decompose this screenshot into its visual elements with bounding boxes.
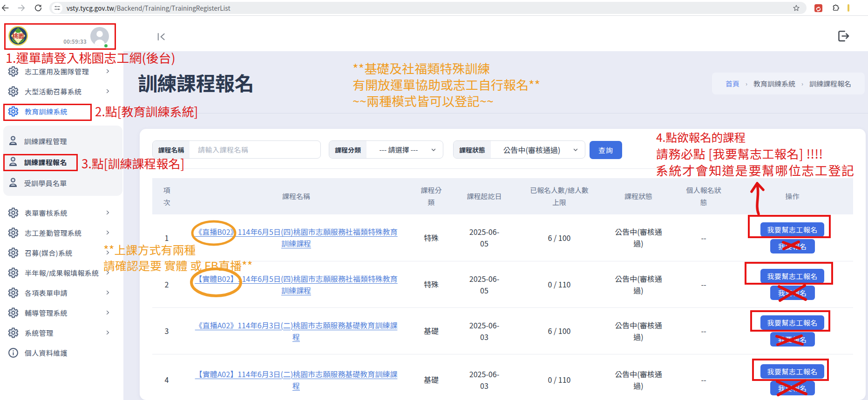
- search-button[interactable]: 查詢: [590, 141, 622, 159]
- register-for-volunteer-button[interactable]: 我要幫志工報名: [760, 269, 824, 283]
- register-for-volunteer-button[interactable]: 我要幫志工報名: [760, 222, 824, 237]
- person-icon: [7, 177, 19, 189]
- course-count: 0 / 110: [527, 279, 592, 290]
- sidebar-item-label: 志工差勤管理系統: [25, 228, 105, 238]
- sidebar-item-main-7[interactable]: 各項表單申請: [0, 283, 123, 303]
- bookmark-star-icon[interactable]: [793, 4, 800, 12]
- table-row-2: 2【實體B02】114年6月5日(四)桃園市志願服務社福類特殊教育訓練課程特殊2…: [152, 261, 853, 307]
- gear-icon: [7, 307, 19, 319]
- cell-course-name: 【實體A02】114年6月3日(二)桃園市志願服務基礎教育訓練課程: [181, 368, 411, 392]
- table-header-cell-5: 課程狀態: [601, 190, 676, 202]
- sidebar-menu-bottom: 表單審核系統志工差勤管理系統召募(媒合)系統半年報/成果報填報系統各項表單申請輔…: [0, 203, 123, 363]
- table-row-1: 1《直播B02》114年6月5日(四)桃園市志願服務社福類特殊教育訓練課程特殊2…: [152, 214, 853, 261]
- info-icon: [7, 347, 19, 359]
- register-for-volunteer-button[interactable]: 我要幫志工報名: [760, 315, 824, 330]
- register-self-button[interactable]: 我要報名: [770, 239, 815, 253]
- cell-actions: 我要幫志工報名我要報名: [732, 364, 853, 395]
- cell-date: 2025-06-05: [451, 273, 517, 296]
- cell-index: 3: [152, 325, 181, 337]
- table-header-cell-7: 操作: [732, 190, 853, 202]
- chevron-right-icon: [105, 68, 110, 74]
- url-bar[interactable]: vsty.tycg.gov.tw/Backend/Training/Traini…: [49, 2, 807, 14]
- chevron-right-icon: [105, 88, 110, 94]
- sidebar-item-sub-2[interactable]: 受訓學員名單: [3, 173, 122, 193]
- cell-status: 公告中(審核通過): [601, 320, 676, 343]
- course-status-select[interactable]: 公告中(審核通過): [491, 144, 573, 155]
- sidebar-item-sub-1[interactable]: 訓練課程報名: [3, 152, 122, 173]
- forward-icon[interactable]: [17, 3, 26, 13]
- register-self-button[interactable]: 我要報名: [770, 332, 815, 347]
- course-category: 特殊: [419, 232, 443, 244]
- breadcrumb-item-0[interactable]: 首頁: [726, 79, 739, 88]
- cell-category: 基礎: [411, 325, 451, 337]
- sidebar-item-label: 訓練課程報名: [24, 157, 122, 167]
- cell-index: 1: [152, 232, 181, 244]
- course-link[interactable]: 《直播B02》114年6月5日(四)桃園市志願服務社福類特殊教育訓練課程: [193, 226, 400, 249]
- cell-personal-status: --: [676, 374, 732, 386]
- cell-count: 6 / 100: [517, 232, 601, 244]
- cell-count: 0 / 110: [517, 374, 601, 386]
- extensions-puzzle-icon[interactable]: [832, 4, 840, 12]
- cell-personal-status: --: [676, 279, 732, 290]
- back-icon[interactable]: [0, 3, 10, 13]
- sidebar-item-main-6[interactable]: 半年報/成果報填報系統: [0, 263, 123, 283]
- sidebar-item-main-9[interactable]: 系統管理: [0, 323, 123, 343]
- sidebar-item-label: 受訓學員名單: [24, 178, 122, 188]
- sidebar-item-main-2[interactable]: 教育訓練系統: [0, 101, 123, 121]
- breadcrumb-item-2: 訓練課程報名: [809, 79, 851, 88]
- sidebar-item-sub-0[interactable]: 訓練課程管理: [3, 131, 122, 152]
- sidebar-item-main-4[interactable]: 志工差勤管理系統: [0, 223, 123, 243]
- person-icon: [7, 156, 19, 168]
- logout-icon[interactable]: [836, 29, 850, 43]
- cell-date: 2025-06-03: [451, 368, 517, 392]
- url-text[interactable]: vsty.tycg.gov.tw/Backend/Training/Traini…: [67, 3, 231, 13]
- site-info-icon[interactable]: [52, 3, 62, 13]
- table-header-cell-0: 項次: [152, 184, 181, 208]
- avatar[interactable]: [90, 27, 109, 46]
- sidebar-item-label: 各項表單申請: [25, 288, 105, 298]
- course-link[interactable]: 【實體B02】114年6月5日(四)桃園市志願服務社福類特殊教育訓練課程: [193, 273, 400, 296]
- sidebar-item-main-8[interactable]: 輔導管理系統: [0, 303, 123, 323]
- cell-course-name: 《直播A02》114年6月3日(二)桃園市志願服務基礎教育訓練課程: [181, 320, 411, 343]
- cell-index: 4: [152, 374, 181, 386]
- gear-icon: [7, 247, 19, 259]
- course-link[interactable]: 《直播A02》114年6月3日(二)桃園市志願服務基礎教育訓練課程: [193, 320, 400, 343]
- cell-personal-status: --: [676, 232, 732, 244]
- course-category-select[interactable]: --- 請選擇 ---: [366, 145, 431, 154]
- breadcrumb-item-1[interactable]: 教育訓練系統: [753, 79, 795, 88]
- sidebar-item-main-1[interactable]: 大型活動召募系統: [0, 81, 123, 101]
- sidebar-menu-top: 志工運用及團隊管理大型活動召募系統教育訓練系統: [0, 61, 123, 121]
- table-header-cell-6: 個人報名狀態: [676, 184, 732, 208]
- personal-status: --: [683, 232, 724, 244]
- sidebar-item-main-0[interactable]: 志工運用及團隊管理: [0, 61, 123, 81]
- sidebar-item-main-5[interactable]: 召募(媒合)系統: [0, 243, 123, 263]
- reload-icon[interactable]: [34, 3, 43, 13]
- sidebar-item-label: 系統管理: [25, 328, 105, 338]
- cell-category: 特殊: [411, 279, 451, 290]
- cell-count: 6 / 100: [517, 325, 601, 337]
- sidebar-item-label: 大型活動召募系統: [25, 87, 105, 96]
- chevron-right-icon: [105, 230, 110, 235]
- table-header: 項次課程名稱課程分類課程起訖日已報名人數/總人數上限課程狀態個人報名狀態操作: [152, 178, 853, 214]
- sidebar-item-main-10[interactable]: 個人資料維護: [0, 343, 123, 363]
- sidebar-collapse-icon[interactable]: [156, 32, 166, 41]
- filter-course-name: 課程名稱 請輸入課程名稱: [152, 140, 321, 159]
- course-link[interactable]: 【實體A02】114年6月3日(二)桃園市志願服務基礎教育訓練課程: [193, 368, 400, 392]
- cell-course-name: 【實體B02】114年6月5日(四)桃園市志願服務社福類特殊教育訓練課程: [181, 273, 411, 296]
- sidebar-item-main-3[interactable]: 表單審核系統: [0, 203, 123, 223]
- breadcrumb-separator: ›: [801, 79, 803, 88]
- register-self-button[interactable]: 我要報名: [770, 286, 815, 300]
- sidebar-item-label: 半年報/成果報填報系統: [25, 268, 105, 278]
- extension-icon-red[interactable]: [814, 4, 822, 12]
- gear-icon: [7, 207, 19, 219]
- register-for-volunteer-button[interactable]: 我要幫志工報名: [760, 364, 824, 379]
- course-category: 基礎: [419, 325, 443, 337]
- sidebar-item-label: 個人資料維護: [25, 348, 123, 358]
- gear-icon: [7, 66, 19, 77]
- course-status-label: 課程狀態: [454, 141, 491, 158]
- screen: vsty.tycg.gov.tw/Backend/Training/Traini…: [0, 0, 868, 400]
- course-name-input[interactable]: 請輸入課程名稱: [198, 145, 249, 154]
- table-body: 1《直播B02》114年6月5日(四)桃園市志願服務社福類特殊教育訓練課程特殊2…: [152, 214, 853, 400]
- chevron-right-icon: [105, 210, 110, 215]
- register-self-button[interactable]: 我要報名: [770, 381, 815, 395]
